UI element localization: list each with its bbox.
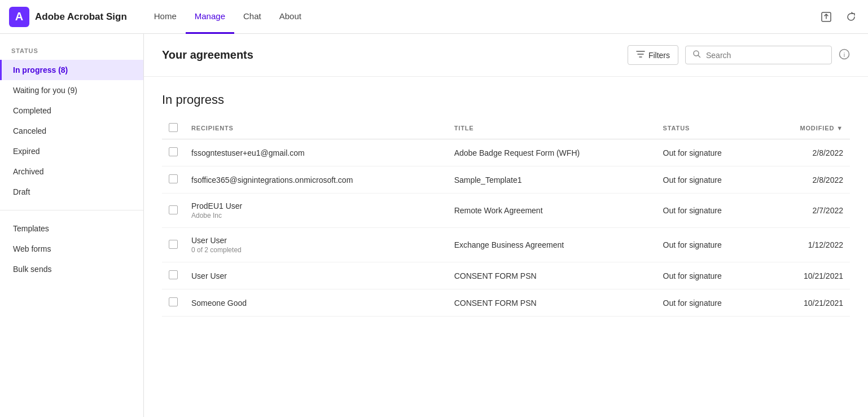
row-recipient-cell: User User 0 of 2 completed <box>185 228 448 262</box>
sidebar-item-web-forms[interactable]: Web forms <box>0 239 143 259</box>
row-status-cell: Out for signature <box>656 262 765 289</box>
sidebar-item-completed[interactable]: Completed <box>0 100 143 121</box>
row-status-cell: Out for signature <box>656 228 765 262</box>
topbar-actions: Filters i <box>628 45 850 65</box>
row-recipient-cell: fsoffice365@signintegrations.onmicrosoft… <box>185 166 448 194</box>
app-logo: A <box>9 7 29 27</box>
row-status-cell: Out for signature <box>656 139 765 166</box>
row-modified-cell: 2/8/2022 <box>765 139 850 166</box>
svg-text:i: i <box>844 51 845 58</box>
row-title-cell: Adobe Badge Request Form (WFH) <box>448 139 656 166</box>
agreements-section: In progress RECIPIENTS TITLE STATUS MODI… <box>144 77 868 332</box>
nav-link-chat[interactable]: Chat <box>234 0 270 34</box>
nav-links: HomeManageChatAbout <box>145 0 310 34</box>
section-title: In progress <box>162 93 850 107</box>
sidebar-item-waiting-for-you[interactable]: Waiting for you (9) <box>0 80 143 100</box>
row-title-cell: CONSENT FORM PSN <box>448 262 656 289</box>
nav-link-manage[interactable]: Manage <box>186 0 234 34</box>
recipient-main: ProdEU1 User <box>191 201 441 210</box>
row-checkbox[interactable] <box>169 270 178 279</box>
sidebar-item-expired[interactable]: Expired <box>0 141 143 161</box>
sidebar-status-heading: STATUS <box>0 47 143 60</box>
row-recipient-cell: ProdEU1 User Adobe Inc <box>185 194 448 228</box>
row-status-cell: Out for signature <box>656 166 765 194</box>
export-icon-button[interactable] <box>818 9 834 25</box>
recipient-main: fssogntestuser+eu1@gmail.com <box>191 148 441 157</box>
table-row: fsoffice365@signintegrations.onmicrosoft… <box>162 166 850 194</box>
col-check <box>162 118 185 139</box>
row-check-cell <box>162 194 185 228</box>
search-input[interactable] <box>706 51 825 60</box>
col-title: TITLE <box>448 118 656 139</box>
table-row: Someone Good CONSENT FORM PSN Out for si… <box>162 289 850 317</box>
main-topbar: Your agreements Filters <box>144 34 868 77</box>
nav-link-home[interactable]: Home <box>145 0 186 34</box>
sidebar-item-archived[interactable]: Archived <box>0 161 143 182</box>
recipient-main: Someone Good <box>191 299 441 308</box>
table-row: User User CONSENT FORM PSN Out for signa… <box>162 262 850 289</box>
row-check-cell <box>162 139 185 166</box>
search-icon <box>692 50 702 60</box>
nav-right <box>818 9 859 25</box>
table-row: ProdEU1 User Adobe Inc Remote Work Agree… <box>162 194 850 228</box>
recipient-sub: 0 of 2 completed <box>191 246 441 254</box>
row-checkbox[interactable] <box>169 205 178 214</box>
nav-link-about[interactable]: About <box>270 0 310 34</box>
filters-button[interactable]: Filters <box>628 45 678 65</box>
table-row: User User 0 of 2 completed Exchange Busi… <box>162 228 850 262</box>
page-title: Your agreements <box>162 49 253 62</box>
table-header-row: RECIPIENTS TITLE STATUS MODIFIED ▼ <box>162 118 850 139</box>
filter-icon <box>636 50 645 60</box>
row-check-cell <box>162 166 185 194</box>
row-modified-cell: 10/21/2021 <box>765 289 850 317</box>
row-checkbox[interactable] <box>169 174 178 183</box>
header-checkbox[interactable] <box>169 123 178 132</box>
row-title-cell: Sample_Template1 <box>448 166 656 194</box>
row-status-cell: Out for signature <box>656 289 765 317</box>
agreements-table: RECIPIENTS TITLE STATUS MODIFIED ▼ <box>162 118 850 317</box>
search-box <box>685 46 832 64</box>
row-check-cell <box>162 228 185 262</box>
row-modified-cell: 2/8/2022 <box>765 166 850 194</box>
sidebar-item-draft[interactable]: Draft <box>0 182 143 202</box>
col-modified[interactable]: MODIFIED ▼ <box>765 118 850 139</box>
row-recipient-cell: Someone Good <box>185 289 448 317</box>
sidebar-item-templates[interactable]: Templates <box>0 218 143 239</box>
col-status: STATUS <box>656 118 765 139</box>
row-recipient-cell: User User <box>185 262 448 289</box>
row-title-cell: CONSENT FORM PSN <box>448 289 656 317</box>
sidebar-divider <box>0 210 143 210</box>
refresh-icon-button[interactable] <box>843 9 859 25</box>
info-icon[interactable]: i <box>839 49 850 62</box>
brand: A Adobe Acrobat Sign <box>9 7 127 27</box>
recipient-main: User User <box>191 271 441 280</box>
row-checkbox[interactable] <box>169 297 178 306</box>
row-title-cell: Exchange Business Agreement <box>448 228 656 262</box>
main-content: Your agreements Filters <box>144 34 868 417</box>
row-modified-cell: 1/12/2022 <box>765 228 850 262</box>
app-body: STATUS In progress (8)Waiting for you (9… <box>0 34 868 417</box>
row-title-cell: Remote Work Agreement <box>448 194 656 228</box>
row-status-cell: Out for signature <box>656 194 765 228</box>
row-modified-cell: 2/7/2022 <box>765 194 850 228</box>
recipient-main: User User <box>191 236 441 245</box>
sidebar-item-canceled[interactable]: Canceled <box>0 121 143 141</box>
sidebar: STATUS In progress (8)Waiting for you (9… <box>0 34 144 417</box>
row-recipient-cell: fssogntestuser+eu1@gmail.com <box>185 139 448 166</box>
sort-down-icon: ▼ <box>836 125 843 131</box>
row-check-cell <box>162 289 185 317</box>
row-checkbox[interactable] <box>169 147 178 156</box>
filters-label: Filters <box>648 51 670 60</box>
logo-letter: A <box>15 10 23 23</box>
row-modified-cell: 10/21/2021 <box>765 262 850 289</box>
table-row: fssogntestuser+eu1@gmail.com Adobe Badge… <box>162 139 850 166</box>
row-check-cell <box>162 262 185 289</box>
recipient-main: fsoffice365@signintegrations.onmicrosoft… <box>191 175 441 185</box>
app-name: Adobe Acrobat Sign <box>35 11 127 23</box>
recipient-sub: Adobe Inc <box>191 212 441 220</box>
top-nav: A Adobe Acrobat Sign HomeManageChatAbout <box>0 0 868 34</box>
sidebar-item-in-progress[interactable]: In progress (8) <box>0 60 143 80</box>
col-recipients: RECIPIENTS <box>185 118 448 139</box>
row-checkbox[interactable] <box>169 240 178 249</box>
sidebar-item-bulk-sends[interactable]: Bulk sends <box>0 259 143 279</box>
